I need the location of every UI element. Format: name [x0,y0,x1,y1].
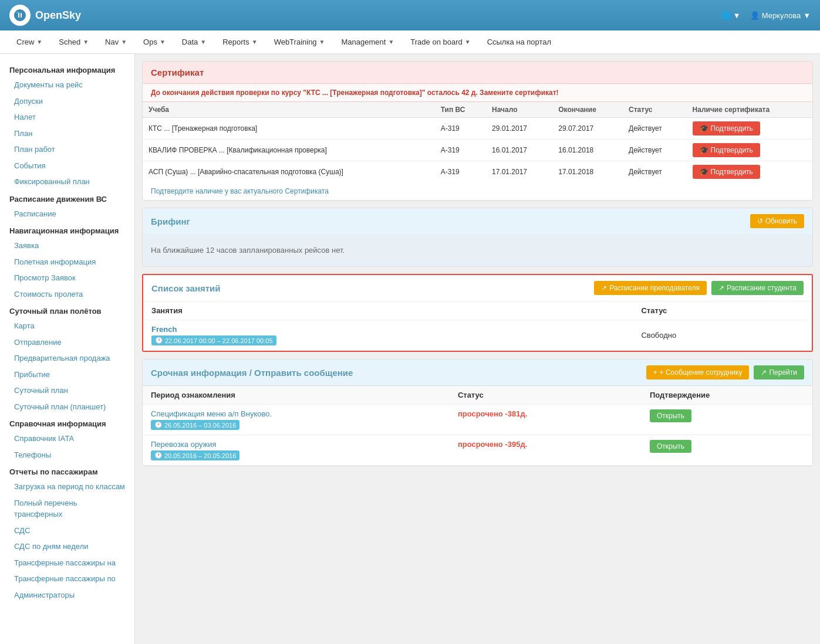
globe-icon[interactable]: 🌐 ▼ [721,11,740,20]
sidebar-item-transfer-by[interactable]: Трансферные пассажиры по [0,571,134,587]
urgent-row-2-status-text: просрочено -395д. [458,440,527,449]
sidebar-item-iata[interactable]: Справочник IATA [0,431,134,447]
certificate-section: Сертификат До окончания действия проверк… [142,61,813,201]
class-row-1-name[interactable]: French [151,325,625,334]
student-schedule-label: Расписание студента [727,284,797,292]
class-row-1-date: 22.06.2017 00:00 – 22.06.2017 00:05 [165,337,273,344]
confirm-label-3: Подтвердить [711,168,753,176]
classes-table: Занятия Статус French 🕐 22.06.2017 00:00… [143,301,812,351]
confirm-button-3[interactable]: 🎓 Подтвердить [693,165,760,179]
cert-row-3-end: 17.01.2018 [552,161,623,183]
nav-management-label: Management [342,38,386,46]
urgent-row-2: Перевозка оружия 🕐 20.05.2016 – 20.05.20… [143,435,812,466]
open-button-2[interactable]: Открыть [650,440,691,453]
sidebar-item-transfer-list[interactable]: Полный перечень трансферных [0,495,134,523]
nav-nav[interactable]: Nav ▼ [98,33,134,51]
confirm-button-1[interactable]: 🎓 Подтвердить [693,121,760,135]
sidebar-item-arrival[interactable]: Прибытие [0,367,134,383]
student-schedule-button[interactable]: ↗ Расписание студента [711,281,804,295]
cert-row-3-action: 🎓 Подтвердить [687,161,812,183]
urgent-row-2-date: 20.05.2016 – 20.05.2016 [164,452,236,459]
urgent-info-buttons: + + Сообщение сотруднику ↗ Перейти [646,365,804,379]
confirm-label-2: Подтвердить [711,146,753,154]
sidebar-item-departure[interactable]: Отправление [0,334,134,351]
urgent-row-1-period: Спецификация меню а/п Внуково. 🕐 26.05.2… [143,405,450,435]
certificate-table: Учеба Тип ВС Начало Окончание Статус Нал… [143,102,812,182]
sidebar-item-map[interactable]: Карта [0,318,134,334]
cert-col-type: Тип ВС [435,102,486,118]
confirm-icon-1: 🎓 [700,124,708,133]
sidebar-item-presale[interactable]: Предварительная продажа [0,350,134,367]
nav-ops[interactable]: Ops ▼ [136,33,173,51]
nav-management[interactable]: Management ▼ [335,33,401,51]
sidebar-item-sds[interactable]: СДС [0,523,134,539]
open-button-1[interactable]: Открыть [650,409,691,422]
nav-portal-link[interactable]: Ссылка на портал [480,33,559,51]
certificate-title: Сертификат [151,67,804,77]
sidebar-item-plan[interactable]: План [0,126,134,142]
goto-button[interactable]: ↗ Перейти [754,365,804,379]
briefing-refresh-button[interactable]: ↺ Обновить [750,214,804,228]
urgent-table: Период ознакомления Статус Подтверждение… [143,386,812,466]
sidebar-item-events[interactable]: События [0,158,134,174]
cert-col-cert: Наличие сертификата [687,102,812,118]
nav-webtraining[interactable]: WebTraining ▼ [267,33,332,51]
nav-trade-on-board[interactable]: Trade on board ▼ [403,33,477,51]
navbar: Crew ▼ Sched ▼ Nav ▼ Ops ▼ Data ▼ Report… [0,30,820,54]
nav-sched-label: Sched [59,38,80,46]
sidebar-item-docs[interactable]: Документы на рейс [0,77,134,93]
briefing-header: Брифинг ↺ Обновить [143,208,812,234]
sidebar-item-daily-plan[interactable]: Суточный план [0,382,134,399]
sidebar-item-admins[interactable]: Администраторы [0,587,134,604]
urgent-row-1-name[interactable]: Спецификация меню а/п Внуково. [151,409,441,418]
sidebar-item-work-plan[interactable]: План работ [0,141,134,158]
sidebar-section-aircraft-schedule: Расписание движения ВС [0,190,134,206]
nav-sched[interactable]: Sched ▼ [52,33,96,51]
cert-col-end: Окончание [552,102,623,118]
certificate-footer-link[interactable]: Подтвердите наличие у вас актуального Се… [143,182,812,200]
student-schedule-icon: ↗ [718,284,724,292]
sidebar-item-sds-weekday[interactable]: СДС по дням недели [0,538,134,555]
classes-list-section: Список занятий ↗ Расписание преподавател… [142,274,813,352]
header-right: 🌐 ▼ 👤 Меркулова ▼ [721,11,811,20]
nav-data[interactable]: Data ▼ [175,33,213,51]
urgent-row-2-date-badge: 🕐 20.05.2016 – 20.05.2016 [151,450,239,460]
logo-area: OpenSky [9,5,81,26]
urgent-info-section: Срочная информация / Отправить сообщение… [142,359,813,466]
briefing-no-flights-text: На ближайшие 12 часов запланированных ре… [151,246,345,255]
sidebar-item-application[interactable]: Заявка [0,238,134,254]
nav-portal-link-label: Ссылка на портал [487,38,552,46]
user-menu[interactable]: 👤 Меркулова ▼ [750,11,811,20]
sidebar-item-flight-cost[interactable]: Стоимость пролета [0,286,134,303]
sidebar-item-view-applications[interactable]: Просмотр Заявок [0,270,134,286]
nav-ops-arrow: ▼ [160,39,166,45]
sidebar-item-schedule[interactable]: Расписание [0,206,134,222]
nav-nav-label: Nav [105,38,119,46]
message-employee-button[interactable]: + + Сообщение сотруднику [646,365,750,379]
clock-icon-2: 🕐 [154,421,163,429]
sidebar-item-flight-hours[interactable]: Налет [0,109,134,126]
cert-row-1-name: КТС ... [Тренажерная подготовка] [143,118,435,140]
confirm-button-2[interactable]: 🎓 Подтвердить [693,143,760,157]
class-row-1-status: Свободно [633,320,812,351]
teacher-schedule-button[interactable]: ↗ Расписание преподавателя [594,281,707,295]
cert-row-2-action: 🎓 Подтвердить [687,140,812,161]
nav-reports[interactable]: Reports ▼ [215,33,264,51]
classes-list-header: Список занятий ↗ Расписание преподавател… [143,275,812,301]
urgent-row-2-name[interactable]: Перевозка оружия [151,440,441,449]
sidebar-item-load-by-class[interactable]: Загрузка на период по классам [0,479,134,495]
nav-ops-label: Ops [143,38,157,46]
nav-crew[interactable]: Crew ▼ [9,33,49,51]
urgent-row-2-confirm: Открыть [642,435,812,466]
sidebar-item-phones[interactable]: Телефоны [0,447,134,463]
logo-icon [9,5,31,26]
sidebar-item-fixed-plan[interactable]: Фиксированный план [0,174,134,190]
cert-row-1-status: Действует [623,118,687,140]
urgent-row-1-date: 26.05.2016 – 03.06.2016 [164,422,236,429]
cert-col-start: Начало [486,102,552,118]
sidebar-item-transfer-on[interactable]: Трансферные пассажиры на [0,555,134,571]
urgent-info-title: Срочная информация / Отправить сообщение [151,368,353,378]
sidebar-item-daily-plan-tablet[interactable]: Суточный план (планшет) [0,399,134,415]
sidebar-item-flight-info[interactable]: Полетная информация [0,254,134,270]
sidebar-item-admissions[interactable]: Допуски [0,93,134,110]
